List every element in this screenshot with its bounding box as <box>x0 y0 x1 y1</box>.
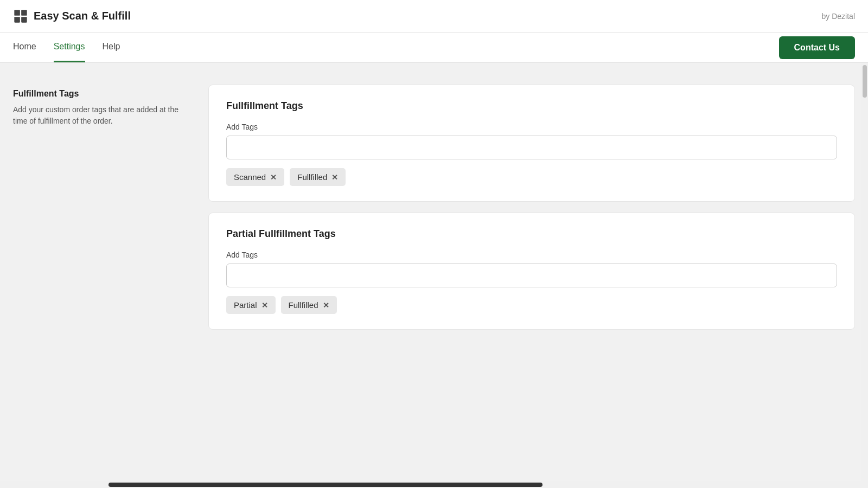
partial-add-tags-label: Add Tags <box>226 251 837 259</box>
scrollbar-right[interactable] <box>861 63 868 488</box>
content-area: Fullfillment Tags Add Tags Scanned ✕ Ful… <box>208 85 855 466</box>
tag-chip-fullfilled2: Fullfilled ✕ <box>281 296 337 314</box>
by-label: by Dezital <box>822 12 855 21</box>
app-icon <box>13 9 28 24</box>
fulfillment-tags-row: Scanned ✕ Fullfilled ✕ <box>226 168 837 186</box>
fulfillment-add-tags-label: Add Tags <box>226 123 837 131</box>
contact-button[interactable]: Contact Us <box>779 36 855 59</box>
tag-remove-fullfilled1[interactable]: ✕ <box>331 174 338 181</box>
sidebar: Fulfillment Tags Add your custom order t… <box>13 85 187 466</box>
tag-label-fullfilled1: Fullfilled <box>297 172 327 182</box>
tag-remove-scanned[interactable]: ✕ <box>270 174 277 181</box>
fulfillment-tags-card: Fullfillment Tags Add Tags Scanned ✕ Ful… <box>208 85 855 202</box>
nav-home[interactable]: Home <box>13 33 36 62</box>
scrollbar-thumb-right <box>863 65 867 98</box>
partial-fulfillment-tags-card: Partial Fullfillment Tags Add Tags Parti… <box>208 213 855 330</box>
partial-card-title: Partial Fullfillment Tags <box>226 228 837 240</box>
app-title: Easy Scan & Fulfill <box>34 10 131 22</box>
partial-tags-input[interactable] <box>226 264 837 287</box>
navigation: Home Settings Help Contact Us <box>0 33 868 63</box>
svg-rect-1 <box>21 10 27 15</box>
tag-remove-partial[interactable]: ✕ <box>261 301 268 309</box>
fulfillment-tags-input[interactable] <box>226 136 837 159</box>
tag-label-fullfilled2: Fullfilled <box>289 300 318 310</box>
header-left: Easy Scan & Fulfill <box>13 9 131 24</box>
scrollbar-bottom[interactable] <box>0 481 861 488</box>
nav-links: Home Settings Help <box>13 33 120 62</box>
nav-settings[interactable]: Settings <box>54 33 85 62</box>
partial-tags-row: Partial ✕ Fullfilled ✕ <box>226 296 837 314</box>
sidebar-title: Fulfillment Tags <box>13 89 187 99</box>
nav-help[interactable]: Help <box>103 33 120 62</box>
svg-rect-3 <box>21 17 27 22</box>
svg-rect-2 <box>14 17 20 22</box>
tag-chip-fullfilled1: Fullfilled ✕ <box>290 168 346 186</box>
scrollbar-thumb-bottom <box>108 483 542 487</box>
sidebar-description: Add your custom order tags that are adde… <box>13 104 187 127</box>
tag-chip-partial: Partial ✕ <box>226 296 276 314</box>
tag-chip-scanned: Scanned ✕ <box>226 168 284 186</box>
tag-label-scanned: Scanned <box>234 172 266 182</box>
fulfillment-card-title: Fullfillment Tags <box>226 100 837 112</box>
svg-rect-0 <box>14 10 20 15</box>
app-header: Easy Scan & Fulfill by Dezital <box>0 0 868 33</box>
tag-label-partial: Partial <box>234 300 257 310</box>
tag-remove-fullfilled2[interactable]: ✕ <box>323 301 329 309</box>
main-content: Fulfillment Tags Add your custom order t… <box>0 63 868 488</box>
